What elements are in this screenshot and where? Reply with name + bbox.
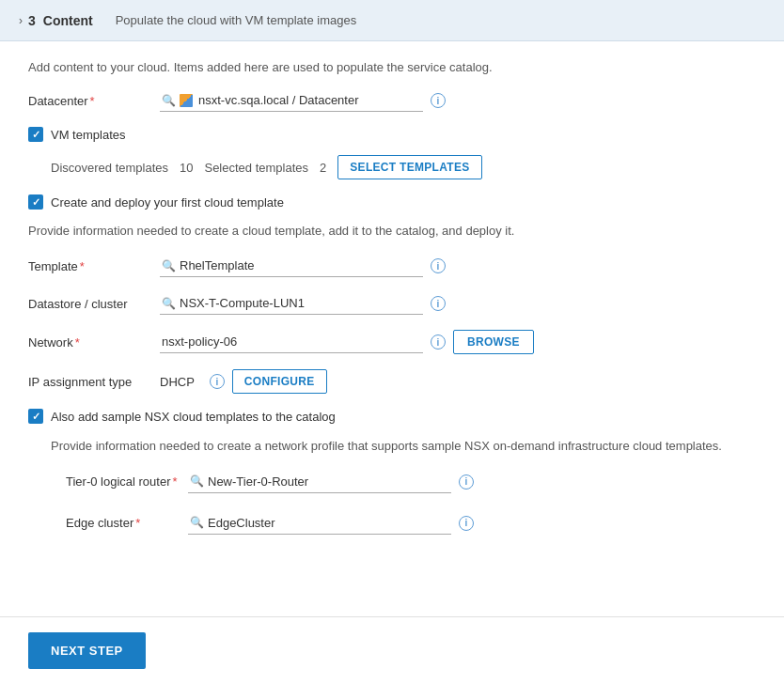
create-deploy-label: Create and deploy your first cloud templ… <box>51 195 284 210</box>
datacenter-value: nsxt-vc.sqa.local / Datacenter <box>198 93 359 107</box>
edge-cluster-label: Edge cluster* <box>66 512 188 530</box>
datastore-input[interactable]: 🔍 NSX-T-Compute-LUN1 <box>160 292 423 315</box>
chevron-icon: › <box>19 14 23 27</box>
nsx-checkbox-row: Also add sample NSX cloud templates to t… <box>28 409 756 424</box>
network-input-wrapper: nsxt-policy-06 i BROWSE <box>160 330 756 354</box>
template-label: Template* <box>28 259 160 273</box>
create-deploy-checkbox[interactable] <box>28 194 43 210</box>
edge-cluster-search-icon: 🔍 <box>190 516 204 529</box>
template-value: RhelTemplate <box>180 258 255 272</box>
tier0-info-icon[interactable]: i <box>459 474 474 490</box>
nsx-sub-form: Tier-0 logical router* 🔍 New-Tier-0-Rout… <box>28 471 756 535</box>
discovered-templates-count: 10 <box>180 161 193 175</box>
network-label: Network* <box>28 335 160 350</box>
tier0-row: Tier-0 logical router* 🔍 New-Tier-0-Rout… <box>66 471 756 493</box>
datastore-search-icon: 🔍 <box>162 297 176 310</box>
tier0-input-wrapper: 🔍 New-Tier-0-Router i <box>188 471 756 493</box>
ip-assignment-row: IP assignment type DHCP i CONFIGURE <box>28 369 756 394</box>
template-info-icon[interactable]: i <box>431 258 446 273</box>
ip-assignment-label: IP assignment type <box>28 375 160 389</box>
datacenter-input[interactable]: 🔍 nsxt-vc.sqa.local / Datacenter <box>160 89 423 112</box>
vm-templates-checkbox[interactable] <box>28 127 43 142</box>
create-deploy-checkbox-row: Create and deploy your first cloud templ… <box>28 194 756 210</box>
footer: NEXT STEP <box>0 616 784 684</box>
ip-assignment-info-icon[interactable]: i <box>210 374 225 389</box>
template-input-wrapper: 🔍 RhelTemplate i <box>160 255 756 277</box>
datacenter-row: Datacenter* 🔍 nsxt-vc.sqa.local / Datace… <box>28 89 756 112</box>
template-input[interactable]: 🔍 RhelTemplate <box>160 255 423 277</box>
edge-cluster-row: Edge cluster* 🔍 EdgeCluster i <box>66 512 756 535</box>
vm-templates-checkbox-row: VM templates <box>28 127 756 142</box>
datastore-value: NSX-T-Compute-LUN1 <box>180 296 305 310</box>
edge-cluster-info-icon[interactable]: i <box>459 516 474 531</box>
edge-cluster-input-wrapper: 🔍 EdgeCluster i <box>188 512 756 535</box>
datacenter-label: Datacenter* <box>28 94 160 108</box>
datacenter-info-icon[interactable]: i <box>431 93 446 108</box>
datastore-input-wrapper: 🔍 NSX-T-Compute-LUN1 i <box>160 292 756 315</box>
network-input[interactable]: nsxt-policy-06 <box>160 331 423 353</box>
datacenter-input-wrapper: 🔍 nsxt-vc.sqa.local / Datacenter i <box>160 89 756 112</box>
nsx-checkbox-label: Also add sample NSX cloud templates to t… <box>51 410 336 424</box>
datacenter-icon <box>180 94 193 107</box>
selected-templates-label: Selected templates <box>204 161 308 175</box>
ip-assignment-value: DHCP <box>160 375 195 389</box>
step-number: 3 <box>28 13 36 28</box>
selected-templates-count: 2 <box>320 161 326 175</box>
select-templates-button[interactable]: SELECT TEMPLATES <box>337 155 481 179</box>
datastore-info-icon[interactable]: i <box>431 296 446 311</box>
network-info-icon[interactable]: i <box>431 334 446 350</box>
search-icon: 🔍 <box>162 94 176 107</box>
network-value: nsxt-policy-06 <box>162 334 237 349</box>
header: › 3 Content Populate the cloud with VM t… <box>0 0 784 41</box>
nsx-checkbox[interactable] <box>28 409 43 424</box>
tier0-input[interactable]: 🔍 New-Tier-0-Router <box>188 471 451 493</box>
tier0-value: New-Tier-0-Router <box>208 474 308 489</box>
edge-cluster-value: EdgeCluster <box>208 516 275 530</box>
templates-row: Discovered templates 10 Selected templat… <box>28 155 756 179</box>
datastore-label: Datastore / cluster <box>28 297 160 311</box>
provide-description: Provide information needed to create a c… <box>28 223 756 240</box>
section-description: Add content to your cloud. Items added h… <box>28 60 756 74</box>
nsx-section: Also add sample NSX cloud templates to t… <box>28 409 756 535</box>
datastore-row: Datastore / cluster 🔍 NSX-T-Compute-LUN1… <box>28 292 756 315</box>
browse-button[interactable]: BROWSE <box>453 330 534 354</box>
discovered-templates-label: Discovered templates <box>51 161 168 175</box>
template-search-icon: 🔍 <box>162 259 176 272</box>
configure-button[interactable]: CONFIGURE <box>232 369 327 394</box>
page-wrapper: › 3 Content Populate the cloud with VM t… <box>0 0 784 684</box>
network-row: Network* nsxt-policy-06 i BROWSE <box>28 330 756 354</box>
tier0-label: Tier-0 logical router* <box>66 471 188 489</box>
ip-assignment-wrapper: DHCP i CONFIGURE <box>160 369 756 394</box>
vm-templates-label: VM templates <box>51 128 125 142</box>
edge-cluster-input[interactable]: 🔍 EdgeCluster <box>188 512 451 535</box>
main-content: Add content to your cloud. Items added h… <box>0 41 784 616</box>
nsx-description: Provide information needed to create a n… <box>28 437 756 456</box>
header-description: Populate the cloud with VM template imag… <box>116 13 357 27</box>
template-row: Template* 🔍 RhelTemplate i <box>28 255 756 277</box>
step-label: Content <box>43 13 93 28</box>
tier0-search-icon: 🔍 <box>190 474 204 488</box>
next-step-button[interactable]: NEXT STEP <box>28 632 146 669</box>
